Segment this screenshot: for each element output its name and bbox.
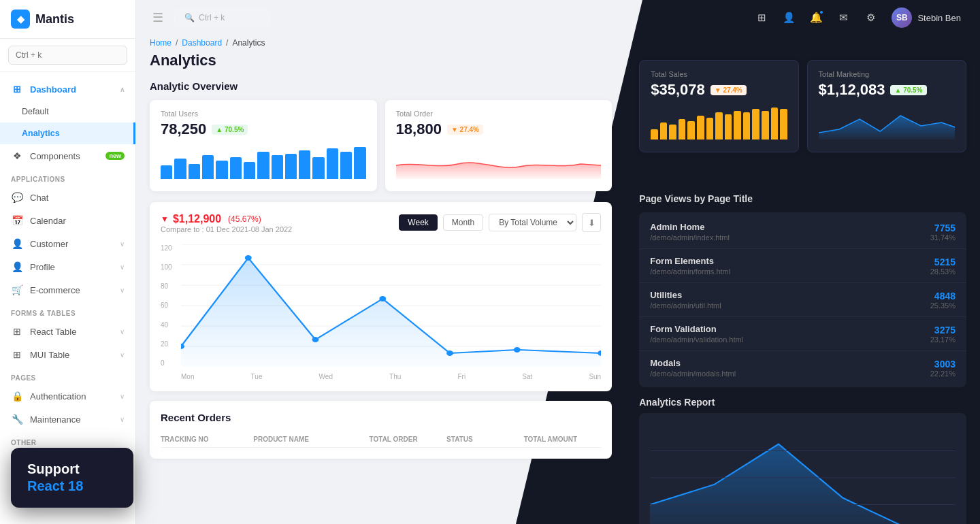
bar [697, 116, 704, 140]
download-button[interactable]: ⬇ [582, 213, 601, 232]
apps-button[interactable]: ⊞ [750, 6, 773, 29]
content-left: Home / Dashboard / Analytics Analytics A… [136, 35, 625, 524]
sidebar-item-default[interactable]: Default [0, 101, 135, 122]
sidebar-item-dashboard[interactable]: ⊞ Dashboard ∧ [0, 78, 135, 101]
sidebar-item-components[interactable]: ❖ Components new [0, 144, 135, 167]
settings-button[interactable]: ⚙ [859, 6, 882, 29]
toast-line1: Support [27, 461, 117, 477]
react-table-icon: ⊞ [11, 326, 23, 337]
nav-section-forms: Forms & Tables [0, 301, 135, 320]
stat-value-sales: $35,078 [651, 81, 705, 99]
stat-cards-dark: Total Sales $35,078 27.4% [639, 60, 966, 152]
sidebar-item-profile[interactable]: 👤 Profile ∨ [0, 255, 135, 278]
pv-pct-1: 31.74% [930, 233, 956, 242]
page-view-modals: Modals /demo/admin/modals.html 3003 22.2… [639, 351, 966, 384]
gear-icon: ⚙ [866, 12, 875, 24]
stat-card-orders: Total Order 18,800 27.4% [385, 100, 612, 191]
month-button[interactable]: Month [443, 214, 483, 231]
user-button[interactable]: 👤 [777, 6, 800, 29]
bar [734, 111, 741, 140]
sidebar-item-maintenance[interactable]: 🔧 Maintenance ∨ [0, 408, 135, 431]
sales-bar-chart [651, 105, 787, 140]
line-chart-svg [181, 244, 601, 367]
income-value: $1,12,900 [173, 213, 221, 225]
search-input[interactable] [8, 46, 127, 65]
pv-title-2: Form Elements [650, 256, 930, 266]
sidebar-item-analytics[interactable]: Analytics [0, 122, 135, 144]
sidebar-item-label: Dashboard [30, 84, 113, 95]
col-status: STATUS [446, 436, 524, 443]
pv-url-1: /demo/admin/index.html [650, 233, 930, 242]
apps-icon: ⊞ [757, 12, 766, 24]
avatar: SB [892, 7, 912, 28]
income-overview-card: ▼ $1,12,900 (45.67%) Compare to : 01 Dec… [150, 202, 612, 391]
mui-table-icon: ⊞ [11, 349, 23, 360]
volume-select[interactable]: By Total Volume [489, 214, 576, 231]
sidebar-item-chat[interactable]: 💬 Chat [0, 186, 135, 209]
stat-cards-light: Total Users 78,250 70.5% [150, 100, 612, 191]
mail-button[interactable]: ✉ [832, 6, 855, 29]
stat-badge-sales: 27.4% [710, 85, 747, 95]
breadcrumb-dashboard[interactable]: Dashboard [182, 38, 222, 48]
sidebar-sub-label-analytics: Analytics [22, 129, 122, 138]
sidebar-mui-table-label: MUI Table [30, 350, 113, 360]
sidebar-item-calendar[interactable]: 📅 Calendar [0, 209, 135, 232]
sidebar-item-customer[interactable]: 👤 Customer ∨ [0, 232, 135, 255]
x-axis-labels: Mon Tue Wed Thu Fri Sat Sun [181, 373, 601, 380]
sidebar-react-table-label: React Table [30, 327, 113, 337]
stat-label-users: Total Users [161, 110, 366, 118]
page-view-right-5: 3003 22.21% [930, 359, 956, 378]
hamburger-button[interactable]: ☰ [150, 7, 166, 28]
pv-count-3: 4848 [930, 291, 956, 301]
week-button[interactable]: Week [399, 214, 437, 231]
page-views-title: Page Views by Page Title [639, 193, 966, 204]
pv-pct-4: 23.17% [930, 335, 956, 344]
support-toast[interactable]: Support React 18 [11, 448, 133, 508]
sidebar-ecommerce-label: E-commerce [30, 285, 113, 295]
sidebar: ◆ Mantis ⊞ Dashboard ∧ Default Analytics… [0, 0, 136, 524]
content-right: Total Sales $35,078 27.4% [625, 35, 980, 524]
sidebar-item-react-table[interactable]: ⊞ React Table ∨ [0, 320, 135, 343]
pv-pct-3: 25.35% [930, 301, 956, 310]
bar [189, 164, 200, 180]
pv-count-4: 3275 [930, 325, 956, 335]
sidebar-item-authentication[interactable]: 🔒 Authentication ∨ [0, 384, 135, 408]
page-views-card: Admin Home /demo/admin/index.html 7755 3… [639, 212, 966, 387]
sidebar-logo[interactable]: ◆ Mantis [0, 0, 135, 39]
page-view-left: Admin Home /demo/admin/index.html [650, 222, 930, 242]
sidebar-calendar-label: Calendar [30, 216, 125, 226]
page-title: Analytics [150, 52, 612, 69]
recent-orders-title: Recent Orders [161, 412, 601, 423]
chevron-down-icon-3: ∨ [120, 286, 125, 294]
maintenance-icon: 🔧 [11, 414, 23, 425]
user-info[interactable]: SB Stebin Ben [886, 5, 966, 31]
sidebar-item-mui-table[interactable]: ⊞ MUI Table ∨ [0, 343, 135, 366]
stat-badge-marketing: 70.5% [890, 85, 926, 95]
bar [715, 112, 723, 140]
header: ☰ 🔍 Ctrl + k ⊞ 👤 🔔 ✉ ⚙ [136, 0, 980, 35]
sidebar-auth-label: Authentication [30, 391, 113, 402]
stat-value-row-orders: 18,800 27.4% [396, 120, 602, 138]
marketing-area-chart [819, 105, 955, 140]
profile-icon: 👤 [11, 261, 23, 272]
page-view-left-5: Modals /demo/admin/modals.html [650, 358, 930, 378]
sidebar-item-ecommerce[interactable]: 🛒 E-commerce ∨ [0, 278, 135, 301]
orders-area-chart [396, 145, 602, 179]
bell-button[interactable]: 🔔 [804, 6, 828, 29]
pv-count-1: 7755 [930, 223, 956, 233]
income-pct: (45.67%) [228, 214, 261, 224]
calendar-icon: 📅 [11, 215, 23, 226]
chevron-down-icon: ∨ [120, 240, 125, 248]
chat-icon: 💬 [11, 192, 23, 203]
breadcrumb-sep-2: / [226, 38, 228, 48]
page-views-section: Page Views by Page Title Admin Home /dem… [639, 193, 966, 524]
header-search[interactable]: 🔍 Ctrl + k [174, 9, 270, 27]
chevron-down-icon-2: ∨ [120, 263, 125, 271]
report-chart-svg [650, 424, 956, 524]
chevron-up-icon: ∧ [120, 86, 125, 93]
income-compare: Compare to : 01 Dec 2021-08 Jan 2022 [161, 225, 292, 233]
breadcrumb-home[interactable]: Home [150, 38, 172, 48]
pv-url-3: /demo/admin/util.html [650, 301, 930, 310]
customer-icon: 👤 [11, 238, 23, 249]
stat-label-marketing: Total Marketing [819, 70, 955, 78]
